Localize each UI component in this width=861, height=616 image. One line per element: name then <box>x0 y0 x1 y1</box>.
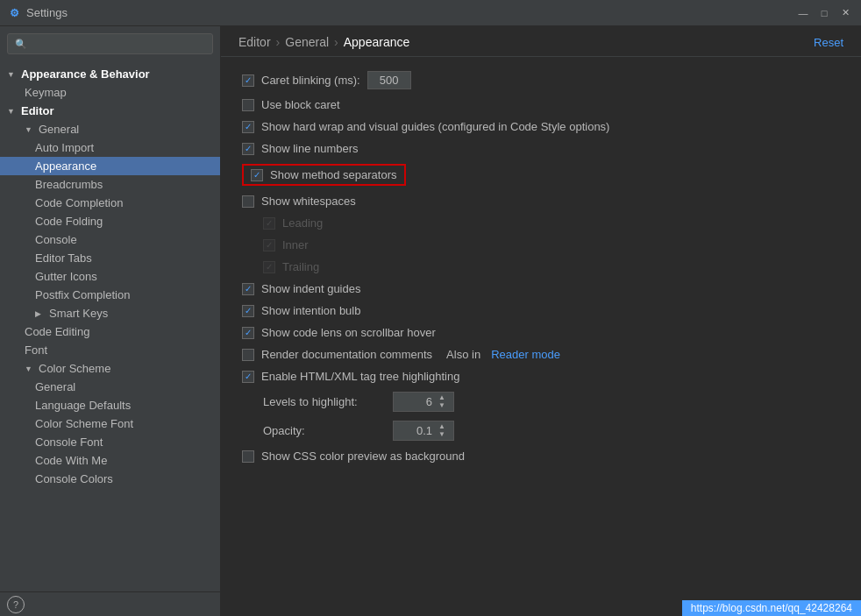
setting-inner: Inner <box>242 238 840 251</box>
leading-checkbox[interactable] <box>263 217 275 230</box>
reset-button[interactable]: Reset <box>814 36 843 49</box>
use-block-caret-label: Use block caret <box>261 98 340 111</box>
levels-to-highlight-up[interactable]: ▲ <box>436 394 448 401</box>
show-intention-bulb-checkbox-wrap[interactable]: Show intention bulb <box>242 304 360 317</box>
sidebar-item-appearance-behavior[interactable]: ▼ Appearance & Behavior <box>0 65 220 83</box>
show-method-separators-checkbox[interactable] <box>251 169 263 181</box>
sidebar-item-console-colors[interactable]: Console Colors <box>0 470 220 488</box>
sidebar-item-breadcrumbs[interactable]: Breadcrumbs <box>0 175 220 194</box>
levels-to-highlight-down[interactable]: ▼ <box>436 402 448 409</box>
show-indent-guides-checkbox-wrap[interactable]: Show indent guides <box>242 282 360 295</box>
sidebar-item-console-font[interactable]: Console Font <box>0 433 220 451</box>
show-line-numbers-checkbox-wrap[interactable]: Show line numbers <box>242 142 359 155</box>
inner-checkbox-wrap[interactable]: Inner <box>263 238 309 251</box>
levels-to-highlight-value: 6 <box>399 395 432 408</box>
sidebar-label: Console <box>35 233 77 246</box>
sidebar-item-appearance[interactable]: Appearance <box>0 157 220 175</box>
setting-show-intention-bulb: Show intention bulb <box>242 304 840 317</box>
trailing-checkbox[interactable] <box>263 261 275 273</box>
caret-blinking-value[interactable]: 500 <box>367 71 411 89</box>
sidebar-label: General <box>39 123 79 136</box>
sidebar-item-language-defaults[interactable]: Language Defaults <box>0 396 220 414</box>
show-code-lens-checkbox[interactable] <box>242 327 254 339</box>
show-method-separators-checkbox-wrap[interactable]: Show method separators <box>251 168 397 181</box>
opacity-spinbox[interactable]: 0.1 ▲ ▼ <box>393 421 454 441</box>
trailing-label: Trailing <box>282 260 319 273</box>
render-documentation-label: Render documentation comments <box>261 348 432 361</box>
sidebar-item-smart-keys[interactable]: ▶ Smart Keys <box>0 304 220 322</box>
caret-blinking-checkbox-wrap[interactable]: Caret blinking (ms): <box>242 74 360 87</box>
sidebar-item-keymap[interactable]: Keymap <box>0 83 220 102</box>
use-block-caret-checkbox[interactable] <box>242 99 254 111</box>
enable-html-xml-checkbox-wrap[interactable]: Enable HTML/XML tag tree highlighting <box>242 370 459 383</box>
render-documentation-checkbox-wrap[interactable]: Render documentation comments <box>242 348 432 361</box>
show-code-lens-checkbox-wrap[interactable]: Show code lens on scrollbar hover <box>242 326 436 339</box>
leading-checkbox-wrap[interactable]: Leading <box>263 216 323 230</box>
sidebar-item-console[interactable]: Console <box>0 230 220 249</box>
help-button[interactable]: ? <box>7 596 25 613</box>
show-indent-guides-checkbox[interactable] <box>242 283 254 295</box>
inner-label: Inner <box>282 238 309 251</box>
sidebar-item-editor-tabs[interactable]: Editor Tabs <box>0 249 220 267</box>
sidebar-item-code-folding[interactable]: Code Folding <box>0 212 220 230</box>
show-whitespaces-label: Show whitespaces <box>261 195 356 208</box>
show-whitespaces-checkbox[interactable] <box>242 195 254 208</box>
sidebar-item-color-scheme[interactable]: ▼ Color Scheme <box>0 359 220 378</box>
sidebar-item-color-scheme-general[interactable]: General <box>0 378 220 396</box>
setting-show-code-lens: Show code lens on scrollbar hover <box>242 326 840 339</box>
sidebar-item-editor[interactable]: ▼ Editor <box>0 102 220 120</box>
show-whitespaces-checkbox-wrap[interactable]: Show whitespaces <box>242 195 356 208</box>
setting-opacity: Opacity: 0.1 ▲ ▼ <box>242 421 840 441</box>
sidebar-label: Editor <box>21 104 54 117</box>
close-button[interactable]: ✕ <box>836 4 854 22</box>
levels-to-highlight-spinbox[interactable]: 6 ▲ ▼ <box>393 392 454 412</box>
show-line-numbers-checkbox[interactable] <box>242 143 254 155</box>
sidebar-item-auto-import[interactable]: Auto Import <box>0 138 220 157</box>
collapse-arrow: ▼ <box>7 70 18 79</box>
sidebar-label: Code Completion <box>35 196 123 209</box>
enable-html-xml-checkbox[interactable] <box>242 371 254 383</box>
leading-label: Leading <box>282 216 323 230</box>
sidebar-item-code-completion[interactable]: Code Completion <box>0 194 220 212</box>
sidebar-label: Appearance & Behavior <box>21 67 150 81</box>
show-hard-wrap-checkbox-wrap[interactable]: Show hard wrap and visual guides (config… <box>242 120 609 133</box>
sidebar-item-color-scheme-font[interactable]: Color Scheme Font <box>0 414 220 433</box>
show-method-separators-label: Show method separators <box>270 168 397 181</box>
sidebar-item-code-editing[interactable]: Code Editing <box>0 322 220 341</box>
sidebar-item-font[interactable]: Font <box>0 341 220 359</box>
breadcrumb-sep1: › <box>276 35 281 49</box>
show-intention-bulb-checkbox[interactable] <box>242 305 254 317</box>
setting-show-css-color: Show CSS color preview as background <box>242 450 840 463</box>
sidebar-item-general[interactable]: ▼ General <box>0 120 220 138</box>
setting-show-method-separators: Show method separators <box>242 164 840 186</box>
sidebar-item-postfix-completion[interactable]: Postfix Completion <box>0 286 220 304</box>
use-block-caret-checkbox-wrap[interactable]: Use block caret <box>242 98 340 111</box>
sidebar: 🔍 ▼ Appearance & Behavior Keymap ▼ Edito… <box>0 26 221 616</box>
show-hard-wrap-checkbox[interactable] <box>242 121 254 133</box>
caret-blinking-checkbox[interactable] <box>242 74 254 87</box>
inner-checkbox[interactable] <box>263 239 275 251</box>
search-icon: 🔍 <box>15 39 27 50</box>
trailing-checkbox-wrap[interactable]: Trailing <box>263 260 319 273</box>
opacity-down[interactable]: ▼ <box>436 431 448 438</box>
collapse-arrow: ▶ <box>35 309 46 318</box>
show-line-numbers-label: Show line numbers <box>261 142 359 155</box>
minimize-button[interactable]: — <box>794 4 812 22</box>
opacity-up[interactable]: ▲ <box>436 423 448 430</box>
sidebar-item-gutter-icons[interactable]: Gutter Icons <box>0 267 220 286</box>
opacity-label: Opacity: <box>263 424 386 437</box>
levels-to-highlight-label: Levels to highlight: <box>263 395 386 408</box>
breadcrumb-sep2: › <box>334 35 338 49</box>
search-box[interactable]: 🔍 <box>7 33 213 54</box>
setting-show-indent-guides: Show indent guides <box>242 282 840 295</box>
show-css-color-checkbox-wrap[interactable]: Show CSS color preview as background <box>242 450 465 463</box>
setting-caret-blinking: Caret blinking (ms): 500 <box>242 71 840 89</box>
render-documentation-checkbox[interactable] <box>242 349 254 361</box>
also-in-text: Also in <box>446 348 480 361</box>
search-input[interactable] <box>31 38 205 50</box>
setting-show-line-numbers: Show line numbers <box>242 142 840 155</box>
maximize-button[interactable]: □ <box>815 4 833 22</box>
reader-mode-link[interactable]: Reader mode <box>491 348 560 361</box>
sidebar-item-code-with-me[interactable]: Code With Me <box>0 451 220 470</box>
show-css-color-checkbox[interactable] <box>242 450 254 463</box>
